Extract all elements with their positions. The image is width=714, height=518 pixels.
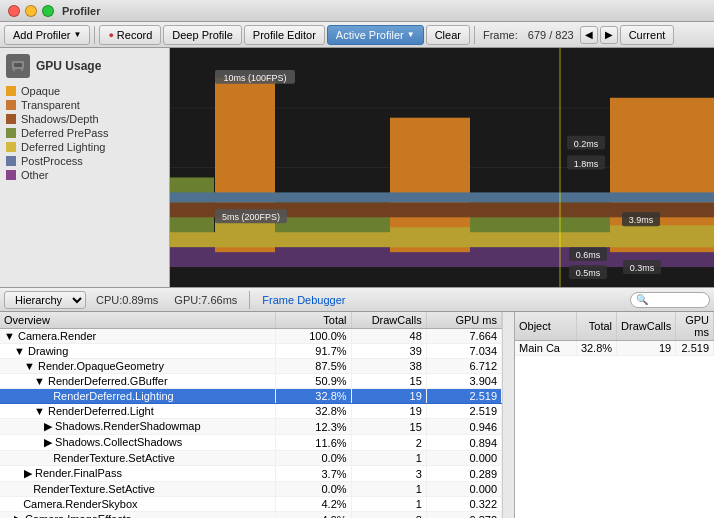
table-row[interactable]: ▶ Shadows.CollectShadows 11.6% 2 0.894 [0, 435, 502, 451]
table-row[interactable]: ▼ Camera.Render 100.0% 48 7.664 [0, 329, 502, 344]
search-icon: 🔍 [636, 294, 648, 305]
main-table-body: ▼ Camera.Render 100.0% 48 7.664 ▼ Drawin… [0, 329, 502, 519]
svg-rect-2 [13, 69, 15, 71]
table-row[interactable]: RenderDeferred.Lighting 32.8% 19 2.519 [0, 389, 502, 404]
col-gpums[interactable]: GPU ms [426, 312, 501, 329]
detail-row-total: 32.8% [576, 341, 616, 356]
svg-text:0.3ms: 0.3ms [630, 263, 655, 273]
svg-text:1.8ms: 1.8ms [574, 159, 599, 169]
svg-rect-3 [21, 69, 23, 71]
row-name: ▶ Shadows.CollectShadows [0, 435, 276, 451]
svg-rect-21 [170, 192, 714, 202]
row-total: 50.9% [276, 374, 351, 389]
row-draws: 1 [351, 451, 426, 466]
legend-item: Opaque [6, 84, 163, 98]
table-row[interactable]: RenderTexture.SetActive 0.0% 1 0.000 [0, 482, 502, 497]
record-label: Record [117, 29, 152, 41]
deep-profile-label: Deep Profile [172, 29, 233, 41]
window-controls [8, 5, 54, 17]
row-name: RenderDeferred.Lighting [0, 389, 276, 404]
close-button[interactable] [8, 5, 20, 17]
table-row[interactable]: RenderTexture.SetActive 0.0% 1 0.000 [0, 451, 502, 466]
maximize-button[interactable] [42, 5, 54, 17]
table-row[interactable]: ▶ Camera.ImageEffects 4.9% 8 0.372 [0, 512, 502, 519]
toolbar: Add Profiler ▼ ● Record Deep Profile Pro… [0, 22, 714, 48]
svg-rect-19 [610, 225, 714, 247]
gpu-stat: GPU:7.66ms [168, 294, 243, 306]
row-name: RenderTexture.SetActive [0, 482, 276, 497]
row-total: 87.5% [276, 359, 351, 374]
legend-color-swatch [6, 86, 16, 96]
row-total: 32.8% [276, 404, 351, 419]
main-table: Overview Total DrawCalls GPU ms ▼ Camera… [0, 312, 502, 518]
legend-color-swatch [6, 142, 16, 152]
row-total: 12.3% [276, 419, 351, 435]
next-frame-button[interactable]: ▶ [600, 26, 618, 44]
svg-text:0.5ms: 0.5ms [576, 268, 601, 278]
legend-panel: GPU Usage Opaque Transparent Shadows/Dep… [0, 48, 170, 287]
bottom-section: Overview Total DrawCalls GPU ms ▼ Camera… [0, 312, 714, 518]
table-row[interactable]: ▶ Render.FinalPass 3.7% 3 0.289 [0, 466, 502, 482]
row-name: ▶ Shadows.RenderShadowmap [0, 419, 276, 435]
cpu-stat: CPU:0.89ms [90, 294, 164, 306]
row-name: ▼ Camera.Render [0, 329, 276, 344]
detail-row-draws: 19 [617, 341, 676, 356]
minimize-button[interactable] [25, 5, 37, 17]
dropdown-arrow-icon[interactable]: ▼ [73, 30, 81, 39]
table-row[interactable]: ▼ RenderDeferred.Light 32.8% 19 2.519 [0, 404, 502, 419]
row-name: ▼ RenderDeferred.GBuffer [0, 374, 276, 389]
row-draws: 1 [351, 497, 426, 512]
row-draws: 48 [351, 329, 426, 344]
legend-color-swatch [6, 128, 16, 138]
row-gpu: 2.519 [426, 404, 501, 419]
detail-col-total[interactable]: Total [576, 312, 616, 341]
detail-col-gpu[interactable]: GPU ms [676, 312, 714, 341]
legend-color-swatch [6, 114, 16, 124]
legend-item-label: Deferred Lighting [21, 141, 105, 153]
legend-item-label: Transparent [21, 99, 80, 111]
row-gpu: 3.904 [426, 374, 501, 389]
detail-table-row[interactable]: Main Ca 32.8% 19 2.519 [515, 341, 714, 356]
chart-area[interactable]: 0.2ms 1.8ms 5ms (200FPS) 3.9ms 0.6ms 0.3… [170, 48, 714, 287]
row-draws: 8 [351, 512, 426, 519]
main-table-area[interactable]: Overview Total DrawCalls GPU ms ▼ Camera… [0, 312, 502, 518]
row-gpu: 0.894 [426, 435, 501, 451]
record-button[interactable]: ● Record [99, 25, 161, 45]
svg-text:3.9ms: 3.9ms [629, 215, 654, 225]
current-button[interactable]: Current [620, 25, 675, 45]
hierarchy-select[interactable]: Hierarchy [4, 291, 86, 309]
detail-col-object[interactable]: Object [515, 312, 576, 341]
detail-col-draws[interactable]: DrawCalls [617, 312, 676, 341]
row-total: 11.6% [276, 435, 351, 451]
legend-item: PostProcess [6, 154, 163, 168]
row-draws: 19 [351, 389, 426, 404]
legend-color-swatch [6, 100, 16, 110]
table-row[interactable]: ▼ RenderDeferred.GBuffer 50.9% 15 3.904 [0, 374, 502, 389]
separator3 [249, 291, 250, 309]
scrollbar-spacer [502, 312, 514, 518]
current-label: Current [629, 29, 666, 41]
row-gpu: 7.034 [426, 344, 501, 359]
prev-frame-button[interactable]: ◀ [580, 26, 598, 44]
row-name: RenderTexture.SetActive [0, 451, 276, 466]
profile-editor-button[interactable]: Profile Editor [244, 25, 325, 45]
detail-table-area[interactable]: Object Total DrawCalls GPU ms Main Ca 32… [514, 312, 714, 518]
col-overview[interactable]: Overview [0, 312, 276, 329]
add-profiler-button[interactable]: Add Profiler ▼ [4, 25, 90, 45]
col-drawcalls[interactable]: DrawCalls [351, 312, 426, 329]
frame-debugger-label[interactable]: Frame Debugger [256, 294, 351, 306]
active-profiler-button[interactable]: Active Profiler ▼ [327, 25, 424, 45]
legend-item-label: Other [21, 169, 49, 181]
deep-profile-button[interactable]: Deep Profile [163, 25, 242, 45]
table-row[interactable]: ▼ Drawing 91.7% 39 7.034 [0, 344, 502, 359]
table-row[interactable]: ▶ Shadows.RenderShadowmap 12.3% 15 0.946 [0, 419, 502, 435]
active-profiler-dropdown-icon[interactable]: ▼ [407, 30, 415, 39]
table-row[interactable]: ▼ Render.OpaqueGeometry 87.5% 38 6.712 [0, 359, 502, 374]
row-total: 0.0% [276, 482, 351, 497]
col-total[interactable]: Total [276, 312, 351, 329]
table-row[interactable]: Camera.RenderSkybox 4.2% 1 0.322 [0, 497, 502, 512]
profile-editor-label: Profile Editor [253, 29, 316, 41]
clear-button[interactable]: Clear [426, 25, 470, 45]
title-bar: Profiler [0, 0, 714, 22]
row-draws: 3 [351, 466, 426, 482]
